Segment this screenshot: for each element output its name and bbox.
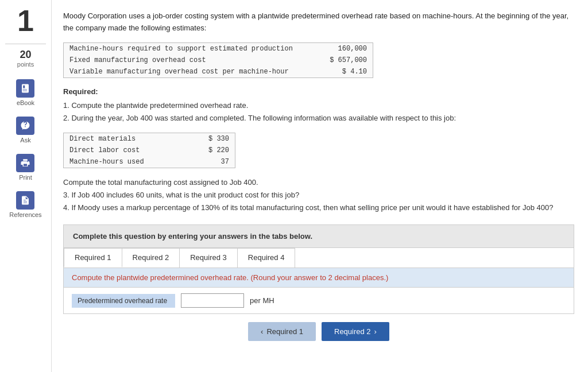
prev-button[interactable]: ‹ Required 1: [248, 322, 316, 341]
table-cell-label: Direct labor cost: [64, 145, 188, 156]
data-table-2: Direct materials $ 330 Direct labor cost…: [63, 133, 235, 168]
table-cell-label: Machine-hours used: [64, 156, 188, 168]
tabs-container: Required 1 Required 2 Required 3 Require…: [63, 248, 574, 314]
tab-required-4[interactable]: Required 4: [237, 248, 296, 268]
main-content: Moody Corporation uses a job-order costi…: [52, 0, 588, 372]
requirements-1-2: 1. Compute the plantwide predetermined o…: [63, 99, 574, 125]
question-number: 1: [17, 6, 34, 36]
table-row: Machine-hours required to support estima…: [64, 43, 373, 55]
table-cell-label: Direct materials: [64, 133, 188, 145]
tab-required-2[interactable]: Required 2: [122, 248, 180, 268]
tab-required-1[interactable]: Required 1: [64, 248, 122, 268]
next-button[interactable]: Required 2 ›: [322, 322, 389, 341]
sidebar-ask-label: Ask: [20, 137, 30, 144]
table-cell-value: $ 330: [188, 133, 235, 145]
question-intro: Moody Corporation uses a job-order costi…: [63, 10, 574, 34]
answer-label: Predetermined overhead rate: [72, 294, 175, 308]
prev-button-label: Required 1: [266, 327, 303, 336]
table-row: Variable manufacturing overhead cost per…: [64, 66, 373, 78]
sidebar-references-label: References: [9, 211, 41, 218]
answer-input[interactable]: [181, 293, 244, 308]
sidebar-print-label: Print: [19, 174, 32, 181]
data-table-1: Machine-hours required to support estima…: [63, 42, 373, 78]
print-icon: [16, 154, 34, 172]
points-value: 20: [17, 49, 34, 61]
table-cell-value: 160,000: [320, 43, 373, 55]
next-button-label: Required 2: [334, 327, 371, 336]
sidebar: 1 20 points eBook Ask: [0, 0, 52, 372]
tab-instruction: Compute the plantwide predetermined over…: [64, 268, 574, 288]
sidebar-item-references[interactable]: References: [9, 191, 41, 218]
sidebar-item-ask[interactable]: Ask: [16, 117, 34, 144]
sidebar-ebook-label: eBook: [17, 99, 34, 106]
tab-instruction-note: (Round your answer to 2 decimal places.): [250, 273, 388, 282]
table-cell-value: $ 657,000: [320, 55, 373, 66]
table-cell-value: 37: [188, 156, 235, 168]
tab-required-3[interactable]: Required 3: [179, 248, 238, 268]
table-row: Fixed manufacturing overhead cost $ 657,…: [64, 55, 373, 66]
points-block: 20 points: [17, 49, 34, 68]
table-cell-value: $ 4.10: [320, 66, 373, 78]
req-2: 2. During the year, Job 400 was started …: [63, 112, 574, 125]
table-cell-label: Variable manufacturing overhead cost per…: [64, 66, 320, 78]
ask-icon: [16, 117, 34, 135]
table-cell-label: Machine-hours required to support estima…: [64, 43, 320, 55]
req-4: 3. If Job 400 includes 60 units, what is…: [63, 189, 574, 202]
answer-unit: per MH: [250, 296, 274, 305]
chevron-left-icon: ‹: [261, 327, 263, 336]
required-label: Required:: [63, 87, 574, 96]
references-icon: [16, 191, 34, 210]
table-cell-value: $ 220: [188, 145, 235, 156]
sidebar-nav: eBook Ask Print References: [9, 79, 41, 218]
table-row: Machine-hours used 37: [64, 156, 235, 168]
req-1: 1. Compute the plantwide predetermined o…: [63, 99, 574, 112]
tab-content: Compute the plantwide predetermined over…: [64, 268, 574, 313]
req-3: Compute the total manufacturing cost ass…: [63, 176, 574, 189]
table-row: Direct materials $ 330: [64, 133, 235, 145]
complete-instruction: Complete this question by entering your …: [63, 224, 574, 248]
more-requirements: Compute the total manufacturing cost ass…: [63, 176, 574, 214]
book-icon: [16, 79, 34, 98]
answer-row: Predetermined overhead rate per MH: [64, 288, 574, 313]
points-label: points: [17, 61, 34, 68]
nav-buttons: ‹ Required 1 Required 2 ›: [63, 314, 574, 346]
chevron-right-icon: ›: [374, 327, 377, 336]
table-row: Direct labor cost $ 220: [64, 145, 235, 156]
sidebar-item-print[interactable]: Print: [16, 154, 34, 181]
sidebar-item-ebook[interactable]: eBook: [16, 79, 34, 106]
table-cell-label: Fixed manufacturing overhead cost: [64, 55, 320, 66]
tabs-bar: Required 1 Required 2 Required 3 Require…: [64, 248, 574, 268]
req-5: 4. If Moody uses a markup percentage of …: [63, 202, 574, 214]
tab-instruction-text: Compute the plantwide predetermined over…: [72, 273, 249, 282]
